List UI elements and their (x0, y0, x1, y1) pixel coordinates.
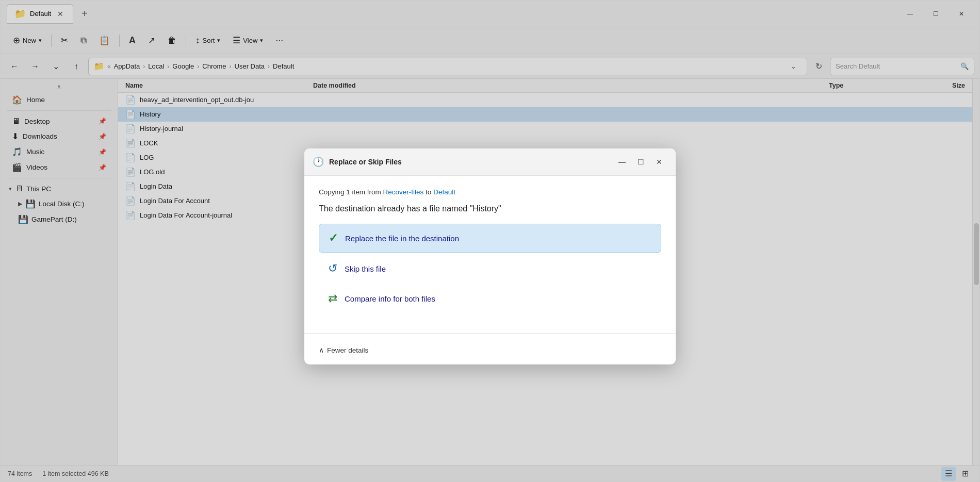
modal-title-bar: 🕐 Replace or Skip Files — ☐ ✕ (304, 148, 676, 176)
modal-maximize-button[interactable]: ☐ (632, 155, 649, 169)
window-frame: 📁 Default ✕ + — ☐ ✕ ⊕ New ▾ ✂ ⧉ 📋 A (0, 0, 980, 482)
modal-divider (304, 333, 676, 334)
modal-option-compare-label: Compare info for both files (345, 294, 435, 303)
modal-subtitle: Copying 1 item from Recover-files to Def… (319, 188, 661, 196)
fewer-details-label: Fewer details (327, 346, 368, 354)
modal-dialog: 🕐 Replace or Skip Files — ☐ ✕ Copying 1 … (304, 148, 676, 364)
modal-option-replace-label: Replace the file in the destination (345, 234, 459, 243)
modal-clock-icon: 🕐 (313, 156, 324, 168)
modal-close-button[interactable]: ✕ (651, 155, 667, 169)
modal-overlay: 🕐 Replace or Skip Files — ☐ ✕ Copying 1 … (1, 1, 979, 481)
modal-option-skip-label: Skip this file (345, 264, 386, 273)
modal-option-skip[interactable]: ↺ Skip this file (319, 255, 661, 282)
modal-source-link[interactable]: Recover-files (383, 188, 424, 196)
modal-dest-link[interactable]: Default (433, 188, 455, 196)
modal-window-controls: — ☐ ✕ (614, 155, 667, 169)
modal-option-replace[interactable]: ✓ Replace the file in the destination (319, 224, 661, 253)
modal-title: Replace or Skip Files (329, 158, 609, 166)
modal-footer: ∧ Fewer details (304, 339, 676, 364)
fewer-details-button[interactable]: ∧ Fewer details (319, 344, 368, 356)
modal-body: Copying 1 item from Recover-files to Def… (304, 176, 676, 325)
modal-heading: The destination already has a file named… (319, 204, 661, 213)
replace-icon: ✓ (329, 231, 338, 245)
compare-icon: ⇄ (328, 292, 337, 305)
modal-option-compare[interactable]: ⇄ Compare info for both files (319, 285, 661, 312)
chevron-up-icon: ∧ (319, 346, 324, 354)
skip-icon: ↺ (328, 262, 337, 275)
modal-minimize-button[interactable]: — (614, 155, 630, 169)
